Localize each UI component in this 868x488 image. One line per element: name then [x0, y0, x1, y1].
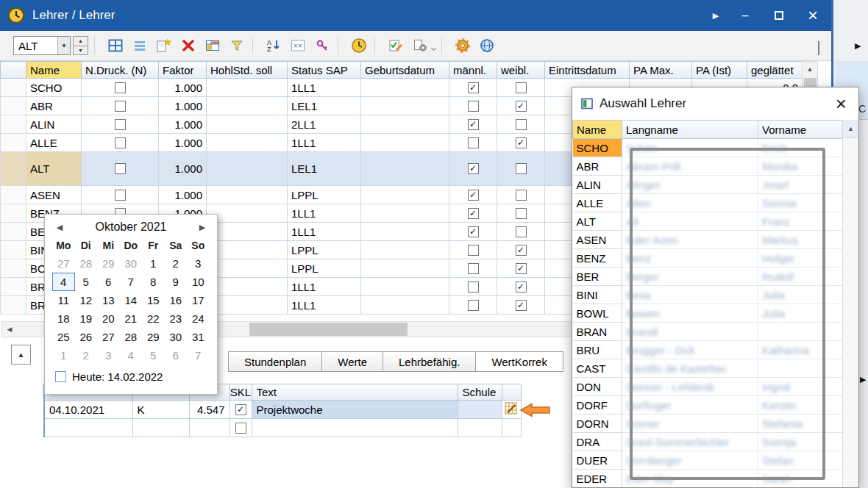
- cell-langname[interactable]: Donner - Lehitenb: [622, 378, 758, 396]
- calendar-day[interactable]: 7: [120, 273, 143, 291]
- cell-name[interactable]: ABR: [573, 157, 622, 176]
- cell-text[interactable]: Projektwoche: [252, 401, 458, 419]
- tab-stundenplan[interactable]: Stundenplan: [228, 351, 322, 372]
- delete-icon[interactable]: [178, 36, 198, 56]
- cell-geburtsdatum[interactable]: [361, 296, 449, 315]
- clock-icon[interactable]: [349, 36, 369, 56]
- calendar-day[interactable]: 29: [97, 254, 120, 273]
- cell-status-sap[interactable]: LPPL: [288, 259, 361, 278]
- skl-checkbox[interactable]: [235, 423, 246, 434]
- tab-wertkorrek[interactable]: WertKorrek: [476, 351, 563, 372]
- globe-sync-icon[interactable]: [477, 36, 497, 56]
- cell-faktor[interactable]: 1.000: [159, 186, 207, 204]
- detail-column-header-skl[interactable]: SKL: [230, 384, 252, 401]
- cell-hohlstd[interactable]: [207, 186, 288, 204]
- panel-expand-bottom-icon[interactable]: ▶: [860, 375, 866, 384]
- cell-geburtsdatum[interactable]: [361, 134, 449, 152]
- auswahl-row[interactable]: EDEREder-MaySarah: [573, 470, 844, 488]
- teacher-combobox[interactable]: ALT ▼: [13, 36, 71, 55]
- calendar-today-checkbox[interactable]: [55, 371, 66, 382]
- cell-schule[interactable]: [458, 419, 502, 437]
- calendar-day[interactable]: 16: [165, 291, 188, 309]
- cell-langname[interactable]: Dorner: [622, 415, 758, 433]
- cell-faktor[interactable]: 1.000: [159, 134, 207, 152]
- column-header-pa-ist[interactable]: PA (Ist): [692, 62, 747, 79]
- cell-status-sap[interactable]: 1LL1: [288, 79, 361, 97]
- user-key-icon[interactable]: [312, 36, 332, 56]
- column-header-n-druck-n[interactable]: N.Druck. (N): [82, 62, 159, 79]
- cell-geburtsdatum[interactable]: [361, 97, 449, 115]
- auswahl-row[interactable]: ALINAlingerJosef: [573, 176, 844, 194]
- calendar-day[interactable]: 20: [97, 309, 120, 328]
- field-dialog-icon[interactable]: [202, 36, 222, 56]
- cell-langname[interactable]: Berger: [622, 268, 758, 286]
- column-header-gutter[interactable]: [1, 62, 26, 79]
- cell-status-sap[interactable]: 1LL1: [288, 204, 361, 223]
- calendar-day[interactable]: 8: [142, 273, 165, 291]
- auswahl-row[interactable]: BRANBrandl: [573, 323, 844, 341]
- sort-az-icon[interactable]: AZ: [263, 36, 283, 56]
- cell-name[interactable]: EDER: [573, 470, 622, 488]
- maennl-checkbox[interactable]: [468, 101, 479, 112]
- row-gutter[interactable]: [1, 79, 26, 97]
- auswahl-row[interactable]: DORFDorfingerKerstin: [573, 396, 844, 415]
- titlebar-arrow-icon[interactable]: ▶: [703, 0, 728, 31]
- cell-art[interactable]: K: [132, 401, 189, 419]
- calendar-day[interactable]: 10: [187, 273, 210, 291]
- grid-view-icon[interactable]: [105, 36, 125, 56]
- cell-name[interactable]: ALT: [26, 152, 82, 186]
- calendar-day[interactable]: 13: [97, 291, 120, 309]
- cell-langname[interactable]: Brandl: [622, 323, 758, 341]
- row-gutter[interactable]: [1, 223, 26, 241]
- detail-column-header-schule[interactable]: Schule: [458, 384, 502, 401]
- cell-geburtsdatum[interactable]: [361, 241, 449, 259]
- calendar-day[interactable]: 12: [75, 291, 98, 309]
- cell-vorname[interactable]: Katharina: [758, 341, 844, 359]
- cell-faktor[interactable]: 1.000: [159, 97, 207, 115]
- cell-status-sap[interactable]: LEL1: [288, 97, 361, 115]
- tab-lehrbefähig[interactable]: Lehrbefähig.: [383, 351, 476, 372]
- calendar-day[interactable]: 3: [187, 254, 210, 273]
- row-gutter[interactable]: [1, 134, 26, 152]
- cell-vorname[interactable]: Julia: [758, 304, 844, 323]
- calendar-day[interactable]: 6: [165, 346, 188, 365]
- weibl-checkbox[interactable]: ✓: [516, 245, 527, 256]
- cell-vorname[interactable]: Julia: [758, 286, 844, 304]
- row-gutter[interactable]: [1, 115, 26, 134]
- column-header-männl[interactable]: männl.: [449, 62, 497, 79]
- auswahl-column-header-name[interactable]: Name: [573, 121, 622, 139]
- cell-geburtsdatum[interactable]: [361, 186, 449, 204]
- cell-vorname[interactable]: Franz: [758, 212, 844, 231]
- cell-hohlstd[interactable]: [207, 115, 288, 134]
- cell-hohlstd[interactable]: [207, 259, 288, 278]
- calendar-day[interactable]: 19: [75, 309, 98, 328]
- cell-langname[interactable]: Alt: [622, 212, 758, 231]
- cell-art[interactable]: [132, 419, 189, 437]
- auswahl-row[interactable]: ABRAbram-PrillMonika: [573, 157, 844, 176]
- cell-vorname[interactable]: Rudolf: [758, 268, 844, 286]
- calendar-day[interactable]: 1: [52, 346, 75, 365]
- row-gutter[interactable]: [1, 186, 26, 204]
- weibl-checkbox[interactable]: [516, 226, 527, 237]
- calendar-day[interactable]: 2: [165, 254, 188, 273]
- auswahl-row[interactable]: BINIBiniaJulia: [573, 286, 844, 304]
- calendar-day[interactable]: 21: [120, 309, 143, 328]
- detail-column-header-text[interactable]: Text: [252, 384, 458, 401]
- cell-vorname[interactable]: Sarah: [758, 470, 844, 488]
- cell-vorname[interactable]: [758, 359, 844, 378]
- column-header-status-sap[interactable]: Status SAP: [288, 62, 361, 79]
- cell-hohlstd[interactable]: [207, 204, 288, 223]
- calendar-day[interactable]: 26: [75, 328, 98, 346]
- cell-vorname[interactable]: [758, 323, 844, 341]
- weibl-checkbox[interactable]: ✓: [516, 300, 527, 311]
- cell-hohlstd[interactable]: [207, 152, 288, 186]
- maennl-checkbox[interactable]: ✓: [468, 190, 479, 201]
- spinner-up-button[interactable]: ▲: [73, 36, 88, 46]
- cell-langname[interactable]: Bowen: [622, 304, 758, 323]
- cell-name[interactable]: ALLE: [26, 134, 82, 152]
- cell-name[interactable]: SCHO: [573, 139, 622, 157]
- cell-datum[interactable]: 04.10.2021: [44, 401, 132, 419]
- cell-schule[interactable]: [458, 401, 502, 419]
- row-gutter[interactable]: [1, 259, 26, 278]
- column-header-hohlstd-soll[interactable]: HohlStd. soll: [207, 62, 288, 79]
